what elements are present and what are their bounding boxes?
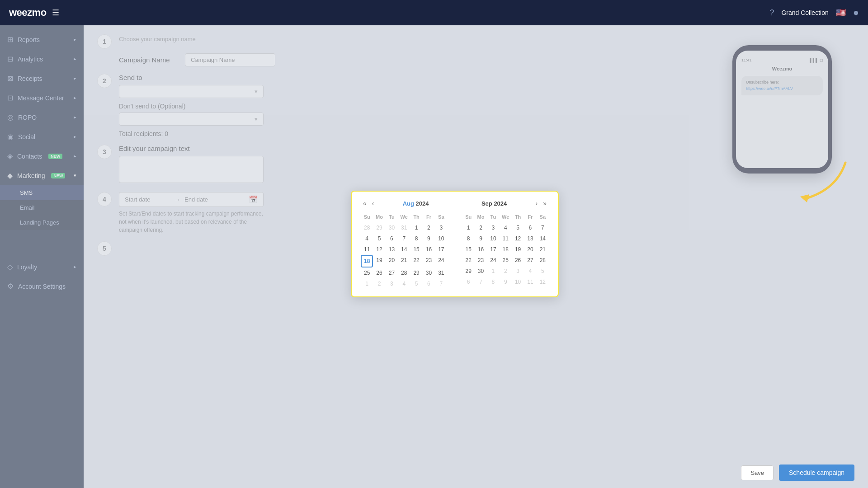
calendar-day[interactable]: 2 xyxy=(500,266,512,277)
calendar-day[interactable]: 9 xyxy=(500,277,512,287)
calendar-day[interactable]: 2 xyxy=(373,278,385,289)
calendar-day[interactable]: 3 xyxy=(512,266,524,277)
calendar-day[interactable]: 29 xyxy=(410,267,422,278)
calendar-day[interactable]: 5 xyxy=(512,222,524,233)
aug-day-names: Su Mo Tu We Th Fr Sa xyxy=(361,213,448,221)
calendar-day[interactable]: 20 xyxy=(524,244,536,255)
calendar-day[interactable]: 7 xyxy=(537,222,549,233)
calendar-day[interactable]: 4 xyxy=(524,266,536,277)
calendar-day[interactable]: 19 xyxy=(373,255,385,267)
calendar-day[interactable]: 17 xyxy=(435,244,447,255)
calendar-day[interactable]: 6 xyxy=(524,222,536,233)
calendar-day[interactable]: 11 xyxy=(524,277,536,287)
calendar-day[interactable]: 9 xyxy=(475,233,487,244)
calendar-day[interactable]: 23 xyxy=(475,255,487,266)
calendar-day[interactable]: 12 xyxy=(373,244,385,255)
calendar-day[interactable]: 6 xyxy=(386,233,398,244)
calendar-day[interactable]: 6 xyxy=(423,278,435,289)
schedule-campaign-button[interactable]: Schedule campaign xyxy=(779,465,854,481)
save-button[interactable]: Save xyxy=(741,465,774,480)
calendar-day[interactable]: 24 xyxy=(487,255,499,266)
calendar-day[interactable]: 29 xyxy=(462,266,475,277)
calendar-day[interactable]: 27 xyxy=(524,255,536,266)
calendar-day[interactable]: 31 xyxy=(398,222,410,233)
calendar-day[interactable]: 3 xyxy=(435,222,447,233)
calendar-day[interactable]: 29 xyxy=(373,222,385,233)
calendar-day[interactable]: 4 xyxy=(500,222,512,233)
calendar-day[interactable]: 6 xyxy=(462,277,475,287)
calendar-day[interactable]: 17 xyxy=(487,244,499,255)
hamburger-icon[interactable]: ☰ xyxy=(52,8,59,18)
user-avatar-icon[interactable]: ● xyxy=(853,7,859,19)
calendar-day[interactable]: 10 xyxy=(435,233,447,244)
calendar-day[interactable]: 7 xyxy=(475,277,487,287)
calendar-day[interactable]: 13 xyxy=(386,244,398,255)
calendar-day[interactable]: 5 xyxy=(537,266,549,277)
calendar-day[interactable]: 25 xyxy=(500,255,512,266)
calendar-day[interactable]: 16 xyxy=(475,244,487,255)
calendar-day[interactable]: 28 xyxy=(398,267,410,278)
calendar-day[interactable]: 2 xyxy=(423,222,435,233)
calendar-day[interactable]: 20 xyxy=(386,255,398,267)
calendar-day[interactable]: 21 xyxy=(398,255,410,267)
calendar-day[interactable]: 11 xyxy=(500,233,512,244)
calendar-day[interactable]: 31 xyxy=(435,267,447,278)
calendar-day[interactable]: 30 xyxy=(386,222,398,233)
calendar-day[interactable]: 22 xyxy=(462,255,475,266)
flag-icon[interactable]: 🇺🇸 xyxy=(836,8,846,18)
calendar-day[interactable]: 22 xyxy=(410,255,422,267)
calendar-day[interactable]: 4 xyxy=(361,233,373,244)
calendar-day[interactable]: 28 xyxy=(537,255,549,266)
day-su: Su xyxy=(361,213,373,221)
calendar-day[interactable]: 27 xyxy=(386,267,398,278)
calendar-day[interactable]: 5 xyxy=(410,278,422,289)
calendar-day[interactable]: 3 xyxy=(487,222,499,233)
calendar-day[interactable]: 26 xyxy=(512,255,524,266)
calendar-day[interactable]: 18 xyxy=(361,255,373,267)
calendar-day[interactable]: 8 xyxy=(487,277,499,287)
calendar-day[interactable]: 3 xyxy=(386,278,398,289)
app-logo: weezmo xyxy=(9,7,47,19)
calendar-day[interactable]: 26 xyxy=(373,267,385,278)
help-icon[interactable]: ? xyxy=(769,8,774,18)
calendar-day[interactable]: 19 xyxy=(512,244,524,255)
cal-prev-button[interactable]: ‹ xyxy=(370,199,377,208)
calendar-day[interactable]: 15 xyxy=(462,244,475,255)
cal-next-button[interactable]: › xyxy=(533,199,540,208)
calendar-day[interactable]: 15 xyxy=(410,244,422,255)
calendar-day[interactable]: 16 xyxy=(423,244,435,255)
calendar-day[interactable]: 30 xyxy=(475,266,487,277)
calendar-day[interactable]: 1 xyxy=(410,222,422,233)
calendar-day[interactable]: 2 xyxy=(475,222,487,233)
calendar-day[interactable]: 1 xyxy=(487,266,499,277)
calendar-day[interactable]: 23 xyxy=(423,255,435,267)
calendar-day[interactable]: 21 xyxy=(537,244,549,255)
calendar-day[interactable]: 8 xyxy=(462,233,475,244)
day-tu: Tu xyxy=(487,213,499,221)
calendar-day[interactable]: 30 xyxy=(423,267,435,278)
calendar-day[interactable]: 1 xyxy=(361,278,373,289)
aug-weeks: 2829303112345678910111213141516171819202… xyxy=(361,222,448,289)
cal-prev-prev-button[interactable]: « xyxy=(361,199,369,208)
calendar-day[interactable]: 12 xyxy=(512,233,524,244)
calendar-day[interactable]: 28 xyxy=(361,222,373,233)
calendar-day[interactable]: 14 xyxy=(398,244,410,255)
calendar-day[interactable]: 25 xyxy=(361,267,373,278)
calendar-day[interactable]: 5 xyxy=(373,233,385,244)
calendar-day[interactable]: 4 xyxy=(398,278,410,289)
calendar-day[interactable]: 7 xyxy=(435,278,447,289)
calendar-day[interactable]: 7 xyxy=(398,233,410,244)
calendar-day[interactable]: 8 xyxy=(410,233,422,244)
calendar-day[interactable]: 1 xyxy=(462,222,475,233)
calendar-day[interactable]: 9 xyxy=(423,233,435,244)
calendar-day[interactable]: 10 xyxy=(512,277,524,287)
calendar-day[interactable]: 10 xyxy=(487,233,499,244)
cal-next-next-button[interactable]: » xyxy=(541,199,549,208)
calendar-day[interactable]: 18 xyxy=(500,244,512,255)
calendar-day[interactable]: 12 xyxy=(537,277,549,287)
calendar-day[interactable]: 13 xyxy=(524,233,536,244)
calendar-day[interactable]: 11 xyxy=(361,244,373,255)
calendar-day[interactable]: 14 xyxy=(537,233,549,244)
day-we: We xyxy=(500,213,512,221)
calendar-day[interactable]: 24 xyxy=(435,255,447,267)
